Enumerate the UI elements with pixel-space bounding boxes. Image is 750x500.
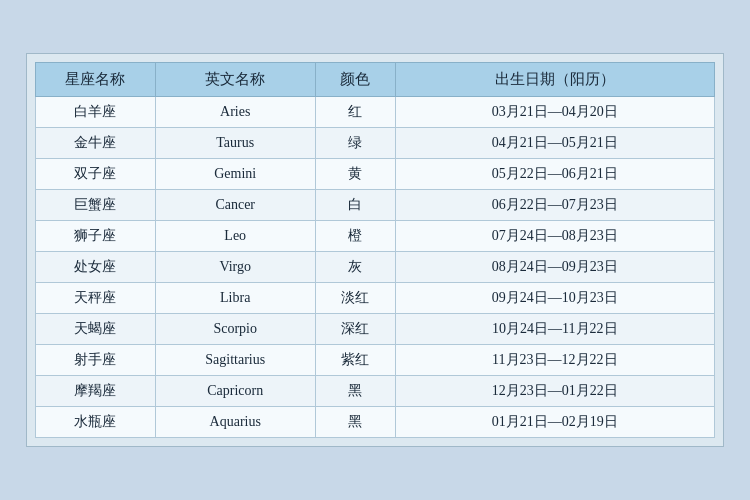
cell-color: 绿 [315,128,395,159]
cell-color: 黑 [315,376,395,407]
table-header-row: 星座名称 英文名称 颜色 出生日期（阳历） [36,63,715,97]
cell-chinese: 白羊座 [36,97,156,128]
cell-chinese: 狮子座 [36,221,156,252]
cell-chinese: 天秤座 [36,283,156,314]
table-row: 狮子座Leo橙07月24日—08月23日 [36,221,715,252]
cell-chinese: 金牛座 [36,128,156,159]
cell-english: Leo [155,221,315,252]
cell-color: 黑 [315,407,395,438]
table-row: 处女座Virgo灰08月24日—09月23日 [36,252,715,283]
cell-english: Libra [155,283,315,314]
table-row: 射手座Sagittarius紫红11月23日—12月22日 [36,345,715,376]
cell-chinese: 摩羯座 [36,376,156,407]
cell-date: 05月22日—06月21日 [395,159,714,190]
cell-color: 紫红 [315,345,395,376]
table-row: 摩羯座Capricorn黑12月23日—01月22日 [36,376,715,407]
cell-color: 黄 [315,159,395,190]
cell-color: 白 [315,190,395,221]
cell-english: Sagittarius [155,345,315,376]
cell-color: 淡红 [315,283,395,314]
cell-chinese: 水瓶座 [36,407,156,438]
table-row: 天秤座Libra淡红09月24日—10月23日 [36,283,715,314]
cell-date: 06月22日—07月23日 [395,190,714,221]
cell-date: 08月24日—09月23日 [395,252,714,283]
cell-date: 09月24日—10月23日 [395,283,714,314]
cell-chinese: 巨蟹座 [36,190,156,221]
header-date: 出生日期（阳历） [395,63,714,97]
cell-english: Capricorn [155,376,315,407]
table-body: 白羊座Aries红03月21日—04月20日金牛座Taurus绿04月21日—0… [36,97,715,438]
cell-english: Gemini [155,159,315,190]
table-row: 双子座Gemini黄05月22日—06月21日 [36,159,715,190]
header-english: 英文名称 [155,63,315,97]
table-row: 天蝎座Scorpio深红10月24日—11月22日 [36,314,715,345]
cell-date: 01月21日—02月19日 [395,407,714,438]
cell-chinese: 天蝎座 [36,314,156,345]
cell-date: 07月24日—08月23日 [395,221,714,252]
cell-english: Aries [155,97,315,128]
cell-english: Virgo [155,252,315,283]
cell-english: Aquarius [155,407,315,438]
cell-color: 深红 [315,314,395,345]
zodiac-table: 星座名称 英文名称 颜色 出生日期（阳历） 白羊座Aries红03月21日—04… [35,62,715,438]
table-row: 白羊座Aries红03月21日—04月20日 [36,97,715,128]
cell-date: 04月21日—05月21日 [395,128,714,159]
cell-color: 红 [315,97,395,128]
cell-date: 11月23日—12月22日 [395,345,714,376]
cell-chinese: 射手座 [36,345,156,376]
table-row: 巨蟹座Cancer白06月22日—07月23日 [36,190,715,221]
cell-chinese: 处女座 [36,252,156,283]
cell-chinese: 双子座 [36,159,156,190]
header-color: 颜色 [315,63,395,97]
table-row: 水瓶座Aquarius黑01月21日—02月19日 [36,407,715,438]
cell-date: 12月23日—01月22日 [395,376,714,407]
table-wrapper: 星座名称 英文名称 颜色 出生日期（阳历） 白羊座Aries红03月21日—04… [26,53,724,447]
cell-english: Scorpio [155,314,315,345]
cell-color: 灰 [315,252,395,283]
cell-date: 10月24日—11月22日 [395,314,714,345]
cell-english: Cancer [155,190,315,221]
header-chinese: 星座名称 [36,63,156,97]
table-row: 金牛座Taurus绿04月21日—05月21日 [36,128,715,159]
cell-date: 03月21日—04月20日 [395,97,714,128]
cell-color: 橙 [315,221,395,252]
cell-english: Taurus [155,128,315,159]
